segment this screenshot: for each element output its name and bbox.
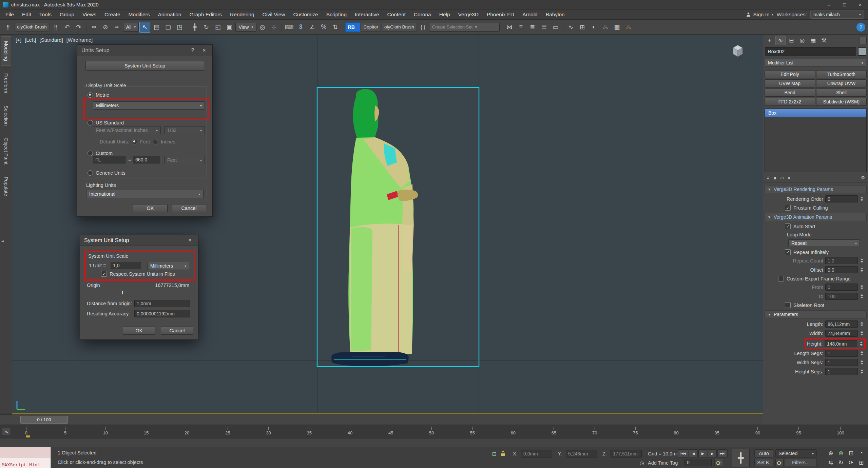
us-standard-radio[interactable] xyxy=(88,120,93,125)
selection-filter-dropdown[interactable]: All ▾ xyxy=(123,23,139,32)
help-icon[interactable]: ? xyxy=(856,23,865,32)
bind-to-space-warp-icon[interactable]: ≈ xyxy=(112,22,122,33)
width-field[interactable]: 74,848mm xyxy=(825,330,858,337)
next-frame-button[interactable]: ▶ xyxy=(708,449,717,457)
use-pivot-center-button[interactable]: ◎ xyxy=(257,22,268,33)
schematic-view-button[interactable]: ⊞ xyxy=(577,22,588,33)
show-end-result-icon[interactable]: ∎ xyxy=(774,175,777,181)
custom-name-field[interactable]: FL xyxy=(93,156,126,163)
ribbon-toggle-button[interactable]: ▭ xyxy=(550,22,561,33)
key-filters-button[interactable]: Filters... xyxy=(785,459,817,466)
offset-field[interactable]: 0,0 xyxy=(825,266,858,273)
make-unique-icon[interactable]: ▱ xyxy=(780,175,784,181)
panel-collapse-arrow-icon[interactable]: ◂ xyxy=(1,238,4,243)
menu-tools[interactable]: Tools xyxy=(35,9,56,20)
render-production-button[interactable]: ♨ xyxy=(623,22,634,33)
remove-modifier-icon[interactable]: × xyxy=(788,175,791,181)
system-cancel-button[interactable]: Cancel xyxy=(161,327,193,335)
tab-create-icon[interactable]: + xyxy=(765,36,775,45)
menu-content[interactable]: Content xyxy=(383,9,410,20)
current-frame-field[interactable]: 0 xyxy=(684,459,712,466)
menu-babylon[interactable]: Babylon xyxy=(542,9,569,20)
length-segs-field[interactable]: 1 xyxy=(825,350,858,357)
selection-lock-icon[interactable] xyxy=(500,451,506,457)
auto-start-checkbox[interactable] xyxy=(785,223,791,229)
menu-help[interactable]: Help xyxy=(435,9,454,20)
track-bar-ruler[interactable]: ∿ 0 5 10 15 20 25 30 35 40 45 50 55 60 6… xyxy=(0,425,868,438)
rollout-parameters[interactable]: ▼ Parameters xyxy=(765,310,867,318)
key-selection-dropdown[interactable]: Selected ▾ xyxy=(775,449,817,457)
select-and-place-button[interactable]: ▣ xyxy=(224,22,235,33)
generic-units-row[interactable]: Generic Units xyxy=(88,170,126,176)
spinner-snap-toggle[interactable]: ⇅ xyxy=(330,22,341,33)
system-ok-button[interactable]: OK xyxy=(123,327,155,335)
shell-button[interactable]: Shell xyxy=(816,89,867,97)
unlink-selection-icon[interactable]: ⊘ xyxy=(100,22,111,33)
distance-field[interactable]: 1,0mm xyxy=(134,300,190,307)
zoom-all-icon[interactable]: ⊚ xyxy=(836,449,845,457)
menu-create[interactable]: Create xyxy=(100,9,124,20)
menu-file[interactable]: File xyxy=(1,9,18,20)
menu-graph-editors[interactable]: Graph Editors xyxy=(185,9,226,20)
viewcube[interactable] xyxy=(728,43,747,59)
curve-editor-button[interactable]: ∿ xyxy=(565,22,576,33)
rb-script-button[interactable]: RB xyxy=(345,22,360,32)
tab-hierarchy-icon[interactable]: ⊟ xyxy=(786,36,796,45)
modifier-list-dropdown[interactable]: Modifier List ▾ xyxy=(765,59,866,67)
previous-frame-button[interactable]: ◀ xyxy=(689,449,698,457)
configure-modifier-sets-icon[interactable]: ⚙ xyxy=(861,175,865,181)
layer-manager-button[interactable]: ≣ xyxy=(527,22,538,33)
play-button[interactable]: ▶ xyxy=(698,449,707,457)
menu-edit[interactable]: Edit xyxy=(18,9,35,20)
menu-rendering[interactable]: Rendering xyxy=(226,9,258,20)
select-and-manipulate-button[interactable]: ⊹ xyxy=(269,22,279,33)
redo-button[interactable]: ↷ xyxy=(73,22,84,33)
reference-coordinate-dropdown[interactable]: View ▾ xyxy=(235,23,256,32)
select-and-rotate-button[interactable]: ↻ xyxy=(201,22,212,33)
select-and-scale-button[interactable]: ◱ xyxy=(212,22,223,33)
sign-in-button[interactable]: Sign In ▾ xyxy=(746,12,773,18)
spinner-control[interactable] xyxy=(860,360,864,365)
close-icon[interactable]: × xyxy=(186,237,194,243)
menu-modifiers[interactable]: Modifiers xyxy=(124,9,154,20)
field-of-view-icon[interactable]: ◔ xyxy=(857,449,866,457)
select-by-name-button[interactable]: ▤ xyxy=(151,22,162,33)
window-crossing-toggle[interactable]: ◳ xyxy=(174,22,185,33)
origin-slider-marker[interactable] xyxy=(122,291,123,294)
object-name-field[interactable]: Box002 xyxy=(765,47,856,56)
spinner-control[interactable] xyxy=(860,322,864,326)
units-cancel-button[interactable]: Cancel xyxy=(172,204,206,212)
select-and-link-icon[interactable]: ∞ xyxy=(89,22,99,33)
custom-value-field[interactable]: 660,0 xyxy=(133,156,160,163)
zoom-extents-icon[interactable]: ⊡ xyxy=(847,449,855,457)
width-segs-field[interactable]: 1 xyxy=(825,359,858,366)
respect-units-row[interactable]: Respect System Units in Files xyxy=(101,271,175,277)
generic-units-radio[interactable] xyxy=(88,170,93,176)
unwrap-uvw-button[interactable]: Unwrap UVW xyxy=(816,79,867,87)
tab-freeform[interactable]: Freeform xyxy=(1,69,11,98)
key-filters-icon-button[interactable] xyxy=(775,459,784,466)
mirror-button[interactable]: ⋈ xyxy=(504,22,515,33)
time-slider-track[interactable]: 0 / 100 xyxy=(0,414,763,425)
spinner-control[interactable] xyxy=(860,197,864,201)
menu-animation[interactable]: Animation xyxy=(154,9,185,20)
metric-units-dropdown[interactable]: Millimeters ▾ xyxy=(93,101,205,110)
tab-modify-icon[interactable]: ∿ xyxy=(775,36,786,45)
custom-radio-row[interactable]: Custom xyxy=(88,151,113,156)
copitor-button[interactable]: Copitor xyxy=(361,23,381,32)
rollout-verge3d-rendering[interactable]: ▼ Verge3D Rendering Params xyxy=(765,185,867,193)
spinner-control[interactable] xyxy=(860,294,864,298)
respect-units-checkbox[interactable] xyxy=(101,271,107,277)
custom-export-range-checkbox[interactable] xyxy=(778,276,784,281)
spinner-control[interactable] xyxy=(860,351,864,355)
tab-display-icon[interactable]: ▦ xyxy=(808,36,818,45)
roll-view-icon[interactable]: ⟳ xyxy=(847,458,855,467)
maxscript-input-row[interactable] xyxy=(0,447,51,457)
menu-verge3d[interactable]: Verge3D xyxy=(454,9,483,20)
us-standard-radio-row[interactable]: US Standard xyxy=(88,120,124,125)
maximize-viewport-icon[interactable]: ⊞ xyxy=(857,458,866,467)
script-braces-icon[interactable]: { } xyxy=(418,22,428,33)
y-coordinate-field[interactable]: 5,248mm xyxy=(566,450,597,457)
spinner-control[interactable] xyxy=(860,268,864,272)
zoom-icon[interactable]: ⊕ xyxy=(826,449,835,457)
